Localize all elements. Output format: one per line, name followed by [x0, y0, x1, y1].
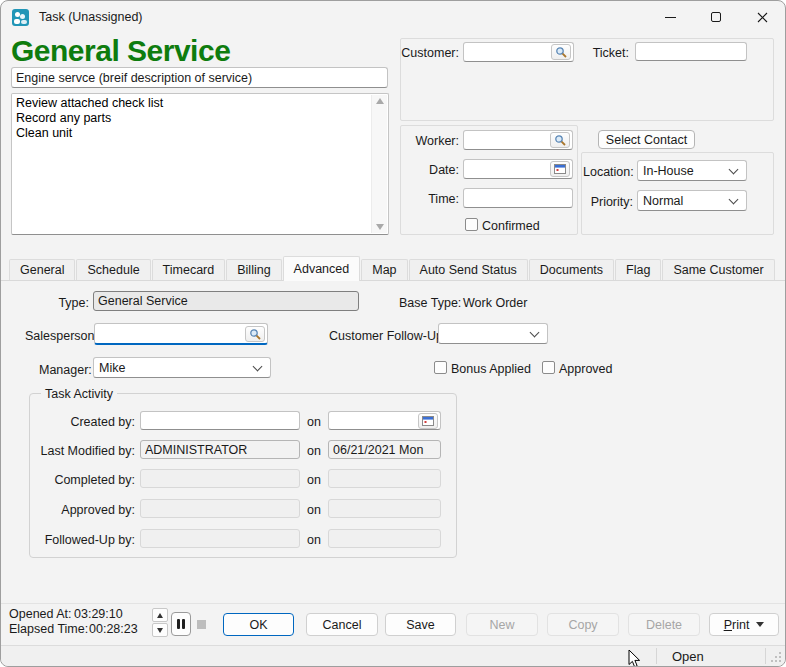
search-icon — [555, 46, 567, 58]
on-label: on — [307, 503, 321, 517]
last-modified-by-label: Last Modified by: — [31, 444, 135, 458]
completed-by-field — [140, 469, 300, 488]
salesperson-search-button[interactable] — [245, 326, 265, 342]
manager-dropdown[interactable]: Mike — [93, 357, 271, 378]
last-modified-on-input — [329, 441, 440, 458]
pause-icon — [177, 619, 180, 629]
last-modified-on-field — [328, 440, 441, 459]
customer-input[interactable] — [464, 43, 551, 61]
on-label: on — [307, 473, 321, 487]
notes-textarea[interactable]: Review attached check list Record any pa… — [16, 96, 369, 232]
completed-on-field — [328, 469, 441, 488]
select-contact-button[interactable]: Select Contact — [598, 130, 695, 149]
status-badge: Open — [672, 649, 704, 664]
tab-advanced[interactable]: Advanced — [283, 256, 361, 281]
scroll-up-icon[interactable] — [372, 98, 387, 104]
customer-field[interactable] — [463, 42, 574, 62]
tab-schedule[interactable]: Schedule — [76, 259, 150, 280]
created-on-input[interactable] — [329, 412, 418, 429]
date-label: Date: — [403, 163, 459, 177]
created-on-field[interactable] — [328, 411, 441, 430]
manager-value: Mike — [94, 361, 254, 375]
tab-timecard[interactable]: Timecard — [152, 259, 226, 280]
opened-at-label: Opened At: — [9, 607, 72, 621]
notes-scrollbar[interactable] — [371, 95, 387, 233]
maximize-icon — [711, 12, 721, 22]
confirmed-label: Confirmed — [482, 219, 540, 233]
description-field[interactable] — [11, 67, 388, 88]
priority-label: Priority: — [583, 195, 633, 209]
customer-followup-dropdown[interactable] — [438, 323, 548, 344]
created-by-field[interactable] — [140, 411, 300, 430]
print-button[interactable]: Print — [709, 613, 779, 636]
base-type-value: Work Order — [463, 296, 527, 310]
completed-by-label: Completed by: — [31, 473, 135, 487]
window-title: Task (Unassigned) — [39, 10, 143, 24]
tab-map[interactable]: Map — [361, 259, 407, 280]
save-button[interactable]: Save — [385, 613, 456, 636]
customer-label: Customer: — [399, 46, 459, 60]
priority-dropdown[interactable]: Normal — [637, 190, 747, 211]
description-input[interactable] — [12, 68, 387, 87]
minimize-button[interactable] — [647, 1, 693, 33]
status-bar: Open — [1, 645, 785, 666]
date-field[interactable] — [463, 159, 573, 179]
cursor-arrow-icon — [628, 649, 641, 667]
approved-on-field — [328, 499, 441, 518]
pause-timer-button[interactable] — [171, 612, 191, 636]
maximize-button[interactable] — [693, 1, 739, 33]
timer-spin-down-button[interactable] — [152, 623, 168, 637]
salesperson-field[interactable] — [94, 323, 268, 345]
dropdown-arrow-icon — [756, 622, 764, 627]
chevron-down-icon — [253, 361, 263, 371]
tab-flag[interactable]: Flag — [615, 259, 661, 280]
followed-up-on-input — [329, 530, 440, 547]
approved-checkbox[interactable] — [542, 361, 555, 374]
stop-timer-button[interactable] — [193, 612, 210, 636]
worker-field[interactable] — [463, 130, 573, 150]
customer-followup-label: Customer Follow-Up: — [329, 329, 433, 343]
ticket-input[interactable] — [636, 43, 746, 60]
location-dropdown[interactable]: In-House — [637, 160, 747, 181]
time-input[interactable] — [464, 189, 572, 207]
bonus-applied-label: Bonus Applied — [451, 362, 531, 376]
salesperson-input[interactable] — [95, 324, 245, 343]
followed-up-on-field — [328, 529, 441, 548]
tab-documents[interactable]: Documents — [529, 259, 614, 280]
date-input[interactable] — [464, 160, 550, 178]
tab-general[interactable]: General — [9, 259, 75, 280]
confirmed-checkbox[interactable] — [465, 218, 478, 231]
approved-on-input — [329, 500, 440, 517]
tab-same-customer[interactable]: Same Customer — [662, 259, 774, 280]
ok-button[interactable]: OK — [223, 613, 294, 636]
tab-strip: General Schedule Timecard Billing Advanc… — [1, 257, 785, 281]
notes-field[interactable]: Review attached check list Record any pa… — [11, 93, 389, 235]
new-button: New — [466, 613, 538, 636]
ticket-label: Ticket: — [585, 46, 629, 60]
priority-value: Normal — [638, 194, 730, 208]
worker-search-button[interactable] — [550, 132, 570, 148]
timer-spin-up-button[interactable] — [152, 608, 168, 622]
delete-button: Delete — [628, 613, 700, 636]
created-by-input[interactable] — [141, 412, 299, 429]
cancel-button[interactable]: Cancel — [306, 613, 378, 636]
chevron-down-icon — [530, 327, 540, 337]
calendar-icon — [554, 164, 566, 174]
time-field[interactable] — [463, 188, 573, 208]
ticket-field[interactable] — [635, 42, 747, 61]
created-on-picker-button[interactable] — [418, 413, 438, 429]
followed-up-by-input — [141, 530, 299, 547]
scroll-down-icon[interactable] — [372, 224, 387, 230]
stop-icon — [197, 620, 206, 629]
close-button[interactable] — [739, 1, 785, 33]
worker-input[interactable] — [464, 131, 550, 149]
followed-up-by-field — [140, 529, 300, 548]
minimize-icon — [665, 17, 676, 18]
customer-search-button[interactable] — [551, 44, 571, 60]
bonus-applied-checkbox[interactable] — [434, 361, 447, 374]
resize-grip-icon[interactable] — [770, 651, 782, 663]
page-title: General Service — [11, 34, 230, 68]
date-picker-button[interactable] — [550, 161, 570, 177]
tab-billing[interactable]: Billing — [226, 259, 281, 280]
tab-auto-send-status[interactable]: Auto Send Status — [409, 259, 528, 280]
